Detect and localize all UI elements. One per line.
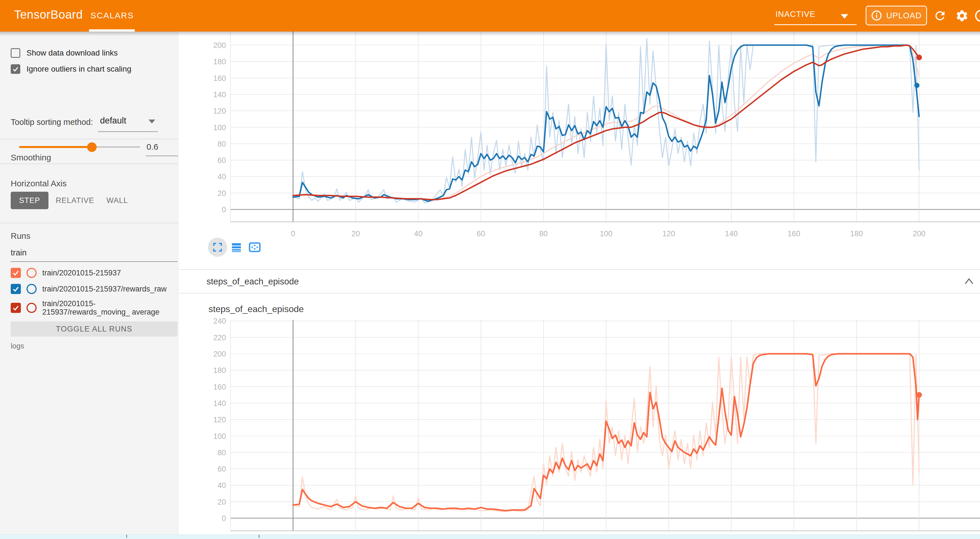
svg-text:100: 100 xyxy=(213,432,226,441)
svg-text:80: 80 xyxy=(218,448,226,457)
svg-text:0: 0 xyxy=(222,514,226,523)
section-title: steps_of_each_episode xyxy=(207,277,299,287)
runs-label: Runs xyxy=(11,231,30,241)
run-checkbox[interactable] xyxy=(11,284,21,294)
rewards-chart[interactable]: 0204060801001201401601802000204060801001… xyxy=(178,32,980,269)
svg-text:80: 80 xyxy=(218,140,226,148)
svg-text:140: 140 xyxy=(213,399,226,408)
steps-chart[interactable]: 020406080100120140160180200220240 xyxy=(178,293,980,539)
svg-text:220: 220 xyxy=(213,333,226,342)
smoothing-label: Smoothing xyxy=(11,153,51,163)
bottom-strip xyxy=(0,534,980,539)
svg-text:60: 60 xyxy=(218,156,226,165)
slider-fill xyxy=(19,146,92,148)
slider-track[interactable] xyxy=(19,146,140,148)
upload-label: UPLOAD xyxy=(886,11,921,20)
strip-tick xyxy=(126,535,127,538)
run-checkbox[interactable] xyxy=(11,303,21,313)
chart-card-title: steps_of_each_episode xyxy=(208,304,304,314)
run-item[interactable]: train/20201015-215937/rewards_moving_ av… xyxy=(11,300,172,316)
svg-text:120: 120 xyxy=(213,416,226,424)
divider xyxy=(0,164,178,164)
app-header: TensorBoard SCALARS INACTIVE UPLOAD xyxy=(0,0,980,32)
header-shadow xyxy=(0,32,980,36)
svg-text:160: 160 xyxy=(213,383,226,391)
settings-icon[interactable] xyxy=(955,9,969,22)
sidebar: Show data download links Ignore outliers… xyxy=(0,32,178,534)
svg-text:140: 140 xyxy=(725,230,738,238)
smoothing-slider[interactable] xyxy=(19,143,140,154)
svg-text:200: 200 xyxy=(213,350,226,358)
axis-button-relative[interactable]: RELATIVE xyxy=(56,192,94,209)
svg-text:140: 140 xyxy=(213,91,226,99)
svg-text:60: 60 xyxy=(218,465,226,473)
status-value: INACTIVE xyxy=(775,10,815,19)
checkbox-icon xyxy=(11,48,20,58)
svg-text:180: 180 xyxy=(213,366,226,375)
tensorboard-app: TensorBoard SCALARS INACTIVE UPLOAD xyxy=(0,0,980,539)
checkbox-ignore-outliers[interactable]: Ignore outliers in chart scaling xyxy=(11,64,131,75)
app-logo: TensorBoard xyxy=(14,8,83,21)
svg-text:180: 180 xyxy=(213,57,226,66)
svg-text:20: 20 xyxy=(352,230,360,238)
run-name: train/20201015-215937 xyxy=(42,269,121,277)
checkbox-show-download-links[interactable]: Show data download links xyxy=(11,48,118,58)
run-checkbox[interactable] xyxy=(11,268,21,278)
svg-text:200: 200 xyxy=(913,230,925,238)
svg-text:240: 240 xyxy=(213,317,226,325)
run-color-swatch xyxy=(27,268,37,278)
slider-thumb[interactable] xyxy=(87,142,97,152)
horizontal-axis-label: Horizontal Axis xyxy=(11,179,67,188)
toggle-log-scale-icon[interactable] xyxy=(231,242,242,253)
refresh-icon[interactable] xyxy=(933,9,947,22)
help-icon[interactable] xyxy=(974,9,980,22)
axis-button-step[interactable]: STEP xyxy=(11,192,48,209)
runs-filter-input[interactable]: train xyxy=(11,248,27,257)
toggle-all-runs-button[interactable]: TOGGLE ALL RUNS xyxy=(11,321,178,336)
fit-domain-icon[interactable] xyxy=(248,242,261,253)
svg-text:100: 100 xyxy=(600,230,612,238)
svg-text:0: 0 xyxy=(291,230,295,238)
svg-text:40: 40 xyxy=(218,172,226,181)
svg-text:0: 0 xyxy=(222,206,226,214)
run-item[interactable]: train/20201015-215937 xyxy=(11,268,121,278)
run-name: train/20201015-215937/rewards_raw xyxy=(42,285,167,293)
run-color-swatch xyxy=(27,303,37,313)
run-color-swatch xyxy=(27,284,37,294)
collapse-icon[interactable] xyxy=(964,277,974,285)
section-steps-of-each-episode[interactable]: steps_of_each_episode xyxy=(178,269,980,293)
chevron-down-icon xyxy=(841,14,848,19)
expand-chart-icon[interactable] xyxy=(212,242,223,253)
svg-text:120: 120 xyxy=(213,107,226,115)
strip-tick xyxy=(259,535,259,538)
runs-filter-underline xyxy=(11,262,178,262)
tab-active-underline xyxy=(89,29,135,32)
smoothing-value-underline xyxy=(146,156,178,156)
svg-text:60: 60 xyxy=(477,230,485,238)
smoothing-value[interactable]: 0.6 xyxy=(146,142,158,151)
svg-text:80: 80 xyxy=(539,230,548,238)
dropdown-underline xyxy=(774,24,857,25)
svg-text:20: 20 xyxy=(218,498,226,506)
run-name: train/20201015-215937/rewards_moving_ av… xyxy=(42,300,172,316)
checkbox-label: Ignore outliers in chart scaling xyxy=(27,65,131,73)
svg-text:200: 200 xyxy=(213,41,226,49)
dropdown-value: default xyxy=(100,116,126,126)
runs-footer-logs: logs xyxy=(11,342,24,351)
upload-button[interactable]: UPLOAD xyxy=(865,6,927,26)
dropdown-underline xyxy=(98,131,158,132)
svg-text:120: 120 xyxy=(662,230,675,238)
run-item[interactable]: train/20201015-215937/rewards_raw xyxy=(11,284,167,294)
experiment-status-dropdown[interactable]: INACTIVE xyxy=(774,8,857,25)
chevron-down-icon xyxy=(148,120,155,123)
tab-scalars[interactable]: SCALARS xyxy=(90,11,135,20)
divider xyxy=(0,223,178,223)
svg-text:160: 160 xyxy=(213,74,226,83)
svg-text:40: 40 xyxy=(218,481,226,490)
axis-button-wall[interactable]: WALL xyxy=(103,192,131,209)
tooltip-sorting-dropdown[interactable]: default xyxy=(100,116,126,126)
svg-text:160: 160 xyxy=(788,230,800,238)
svg-text:180: 180 xyxy=(850,230,863,238)
svg-text:100: 100 xyxy=(213,123,226,132)
svg-text:40: 40 xyxy=(414,230,422,238)
